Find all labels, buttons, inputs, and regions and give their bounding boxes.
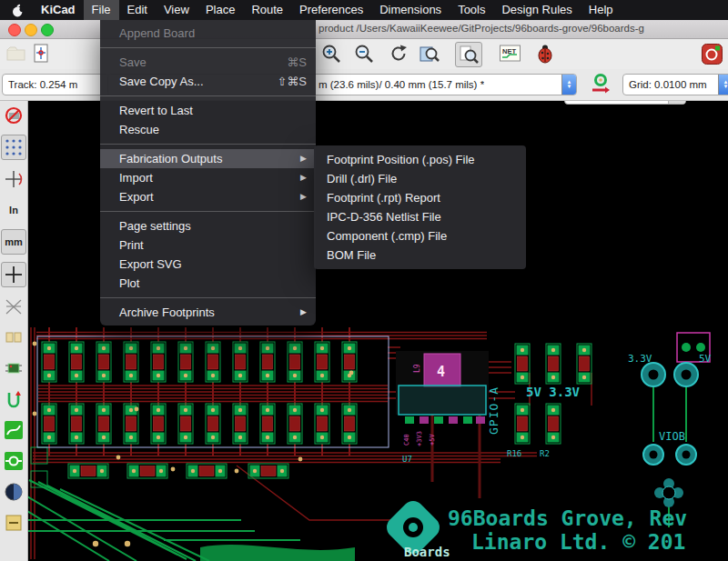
menu-edit[interactable]: Edit bbox=[119, 0, 156, 20]
track-autodelete-icon bbox=[4, 389, 24, 409]
component-value: 4 bbox=[437, 364, 445, 380]
submenu-item-ipc-netlist[interactable]: IPC-D-356 Netlist File bbox=[314, 207, 526, 226]
stepper-control[interactable]: ▲▼ bbox=[561, 75, 576, 95]
menu-file[interactable]: File bbox=[84, 0, 119, 20]
zoom-window-button[interactable] bbox=[41, 24, 54, 36]
menu-place[interactable]: Place bbox=[197, 0, 244, 20]
submenu-item-footprint-position[interactable]: Footprint Position (.pos) File bbox=[314, 150, 526, 169]
track-autodelete-button[interactable] bbox=[2, 387, 25, 411]
board-copyright-text: Linaro Ltd. © 201 bbox=[471, 530, 685, 554]
track-width-value: Track: 0.254 m bbox=[3, 79, 77, 90]
menu-item-page-settings[interactable]: Page settings bbox=[100, 216, 316, 235]
microwave-tools-button[interactable] bbox=[2, 511, 25, 535]
netlist-icon: NET bbox=[499, 43, 521, 65]
menu-item-archive-footprints[interactable]: Archive Footprints ▶ bbox=[100, 303, 316, 322]
zoom-fit-button[interactable] bbox=[417, 42, 442, 65]
menu-item-export-svg[interactable]: Export SVG bbox=[100, 255, 316, 274]
menu-view[interactable]: View bbox=[156, 0, 197, 20]
zoom-in-button[interactable] bbox=[318, 42, 344, 65]
menu-item-print[interactable]: Print bbox=[100, 235, 316, 255]
menu-help[interactable]: Help bbox=[581, 0, 622, 20]
auto-via-button[interactable] bbox=[588, 73, 613, 96]
units-inch-button[interactable]: In bbox=[2, 198, 25, 222]
pads-sketch-button[interactable] bbox=[2, 326, 25, 349]
menu-item-plot[interactable]: Plot bbox=[100, 274, 316, 293]
drc-off-icon bbox=[4, 105, 24, 125]
close-button[interactable] bbox=[8, 24, 21, 36]
ladybug-icon bbox=[534, 43, 556, 65]
menu-item-save[interactable]: Save ⌘S bbox=[100, 53, 316, 72]
find-button[interactable] bbox=[455, 42, 482, 67]
apple-menu[interactable] bbox=[0, 0, 33, 20]
menu-item-import[interactable]: Import ▶ bbox=[100, 168, 316, 187]
logo-wordmark: Boards bbox=[404, 545, 450, 559]
minimize-button[interactable] bbox=[25, 24, 37, 36]
menu-separator bbox=[100, 297, 316, 298]
cursor-shape-button[interactable] bbox=[1, 262, 26, 287]
menu-item-revert-to-last[interactable]: Revert to Last bbox=[100, 101, 316, 120]
left-toolbar: In mm bbox=[0, 100, 28, 561]
polar-coords-button[interactable] bbox=[2, 167, 25, 191]
silk-5v-net: +5V bbox=[429, 434, 436, 446]
board-title-text: 96Boards Grove, Rev bbox=[448, 506, 687, 530]
grid-stepper-control[interactable]: ▲▼ bbox=[718, 75, 728, 95]
menu-kicad[interactable]: KiCad bbox=[33, 0, 84, 20]
connector-pad bbox=[696, 343, 705, 352]
layer-manager-icon bbox=[701, 43, 723, 65]
zoom-in-icon bbox=[320, 43, 342, 65]
connector-pad bbox=[682, 343, 691, 352]
menu-route[interactable]: Route bbox=[243, 0, 291, 20]
menu-tools[interactable]: Tools bbox=[450, 0, 493, 20]
menu-item-save-copy-as[interactable]: Save Copy As... ⇧⌘S bbox=[100, 72, 316, 91]
apple-icon bbox=[12, 4, 24, 17]
redraw-icon bbox=[388, 43, 410, 65]
drc-check-button[interactable] bbox=[532, 42, 558, 65]
menu-item-fabrication-outputs[interactable]: Fabrication Outputs ▶ bbox=[100, 149, 316, 168]
grid-toggle-button[interactable] bbox=[1, 135, 26, 160]
open-board-button[interactable] bbox=[4, 42, 29, 65]
submenu-item-footprint-report[interactable]: Footprint (.rpt) Report bbox=[314, 188, 526, 207]
menu-preferences[interactable]: Preferences bbox=[291, 0, 371, 20]
fabrication-outputs-submenu: Footprint Position (.pos) File Drill (.d… bbox=[314, 145, 526, 269]
track-width-combo[interactable]: Track: 0.254 m bbox=[2, 74, 109, 95]
microwave-tools-icon bbox=[4, 513, 24, 533]
zoom-out-icon bbox=[353, 43, 375, 65]
zoom-out-button[interactable] bbox=[351, 42, 377, 65]
menu-item-rescue[interactable]: Rescue bbox=[100, 120, 316, 139]
layer-manager-button[interactable] bbox=[699, 42, 724, 65]
window-title: product /Users/KawaiiKeewee/GitProjects/… bbox=[318, 23, 644, 34]
menu-item-append-board[interactable]: Append Board bbox=[100, 24, 316, 43]
submenu-arrow-icon: ▶ bbox=[300, 149, 307, 168]
tracks-sketch-button[interactable] bbox=[2, 418, 25, 442]
grid-size-combo[interactable]: Grid: 0.0100 mm ▲▼ bbox=[622, 74, 728, 95]
zoom-fit-icon bbox=[419, 43, 440, 65]
footprint-mode-button[interactable] bbox=[2, 356, 25, 380]
ratsnest-button[interactable] bbox=[2, 295, 25, 318]
tracks-sketch-icon bbox=[4, 420, 24, 440]
vias-sketch-button[interactable] bbox=[2, 449, 25, 473]
grid-icon bbox=[4, 137, 24, 157]
silk-viob: VIOB bbox=[659, 430, 685, 443]
high-contrast-button[interactable] bbox=[2, 480, 25, 504]
menu-separator bbox=[100, 144, 316, 145]
menu-dimensions[interactable]: Dimensions bbox=[371, 0, 450, 20]
board-setup-icon bbox=[31, 43, 53, 65]
menu-item-export[interactable]: Export ▶ bbox=[100, 187, 316, 206]
submenu-item-drill-file[interactable]: Drill (.drl) File bbox=[314, 169, 526, 188]
shortcut-save-copy-as: ⇧⌘S bbox=[277, 72, 307, 91]
submenu-arrow-icon: ▶ bbox=[300, 303, 307, 322]
menu-design-rules[interactable]: Design Rules bbox=[493, 0, 580, 20]
netlist-button[interactable]: NET bbox=[497, 42, 522, 65]
kicad-window: 4 bbox=[0, 0, 728, 561]
submenu-arrow-icon: ▶ bbox=[300, 187, 307, 206]
board-setup-button[interactable] bbox=[29, 42, 55, 65]
drc-off-button[interactable] bbox=[2, 104, 25, 127]
units-mm-button[interactable]: mm bbox=[1, 229, 26, 255]
silk-power-label: 5V 3.3V bbox=[526, 385, 581, 399]
silk-5v: 5V bbox=[699, 353, 712, 365]
submenu-item-component-file[interactable]: Component (.cmp) File bbox=[314, 226, 526, 245]
submenu-arrow-icon: ▶ bbox=[300, 168, 307, 187]
redraw-view-button[interactable] bbox=[386, 42, 411, 65]
submenu-item-bom-file[interactable]: BOM File bbox=[314, 245, 526, 265]
footprint-chip-icon bbox=[4, 358, 24, 378]
